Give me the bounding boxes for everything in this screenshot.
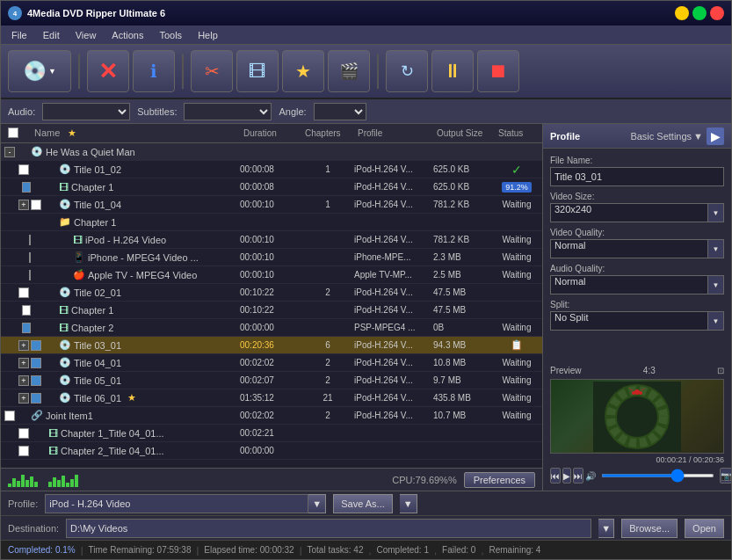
- table-row[interactable]: 🎞 Chapter 1 00:10:22 iPod-H.264 V... 47.…: [1, 302, 542, 319]
- wave-bar-14: [75, 475, 78, 487]
- video-size-select[interactable]: 320x240: [550, 203, 708, 222]
- expand-btn[interactable]: +: [18, 340, 29, 351]
- table-row[interactable]: + 💿 Title 04_01 00:02:02 2 iPod-H.264 V.…: [1, 354, 542, 372]
- film-icon: 🎞: [59, 323, 69, 333]
- prev-frame-button[interactable]: ⏮: [550, 468, 561, 484]
- table-row[interactable]: 🎞 Chapter 1 00:00:08 iPod-H.264 V... 625…: [1, 178, 542, 196]
- next-frame-button[interactable]: ⏭: [573, 468, 583, 484]
- menu-file[interactable]: File: [4, 28, 34, 42]
- expand-btn[interactable]: +: [18, 375, 29, 386]
- close-button[interactable]: [710, 6, 724, 20]
- row-checkbox[interactable]: [18, 446, 29, 456]
- row-checkbox[interactable]: [18, 164, 29, 175]
- row-checkbox[interactable]: [22, 323, 31, 333]
- subtitles-select[interactable]: [184, 103, 272, 120]
- volume-slider[interactable]: [601, 474, 714, 477]
- table-row[interactable]: + 💿 Title 06_01 ★ 01:35:12 21 iPod-H.264…: [1, 389, 542, 407]
- table-row[interactable]: 🎞 Chapter 2 00:00:00 PSP-MPEG4 ... 0B Wa…: [1, 319, 542, 337]
- browse-button[interactable]: Browse...: [621, 519, 678, 538]
- destination-dropdown-arrow[interactable]: ▼: [598, 519, 614, 538]
- col-duration: Duration: [240, 128, 301, 138]
- row-checkbox[interactable]: [31, 393, 41, 404]
- table-row[interactable]: + 💿 Title 01_04 00:00:10 1 iPod-H.264 V.…: [1, 196, 542, 214]
- screenshot-button[interactable]: 📷: [720, 468, 731, 484]
- table-row[interactable]: 💿 Title 02_01 00:10:22 2 iPod-H.264 V...…: [1, 284, 542, 302]
- separator-2: |: [197, 545, 199, 556]
- save-as-button[interactable]: Save As...: [333, 494, 393, 513]
- expand-btn[interactable]: -: [4, 147, 15, 157]
- select-all-checkbox[interactable]: [8, 127, 18, 138]
- merge-button[interactable]: 🎞: [236, 50, 279, 92]
- menu-actions[interactable]: Actions: [105, 28, 150, 42]
- stop-button[interactable]: ⏹: [477, 50, 519, 92]
- row-checkbox[interactable]: [18, 428, 29, 439]
- save-as-dropdown-arrow[interactable]: ▼: [400, 494, 417, 513]
- table-row[interactable]: + 💿 Title 03_01 00:20:36 6 iPod-H.264 V.…: [1, 337, 542, 354]
- table-body[interactable]: - 💿 He Was a Quiet Man: [1, 143, 542, 468]
- table-row[interactable]: 🍎 Apple TV - MPEG4 Video 00:00:10 Apple …: [1, 266, 542, 284]
- table-row[interactable]: 📁 Chapter 1: [1, 214, 542, 231]
- info-button[interactable]: ℹ: [133, 50, 175, 92]
- menu-help[interactable]: Help: [191, 28, 225, 42]
- audio-quality-select[interactable]: Normal: [550, 275, 708, 295]
- dropdown-arrow-icon: ▼: [693, 131, 703, 142]
- row-checkbox[interactable]: [31, 340, 41, 351]
- split-arrow[interactable]: ▼: [708, 311, 724, 331]
- table-row[interactable]: 🔗 Joint Item1 00:02:02 2 iPod-H.264 V...…: [1, 407, 542, 425]
- open-button[interactable]: Open: [685, 519, 724, 538]
- video-quality-arrow[interactable]: ▼: [708, 239, 724, 258]
- expand-btn[interactable]: +: [18, 393, 29, 404]
- table-row[interactable]: 📱 iPhone - MPEG4 Video ... 00:00:10 iPho…: [1, 249, 542, 266]
- audio-select[interactable]: [42, 103, 130, 120]
- iphone-icon: 📱: [73, 251, 85, 263]
- table-row[interactable]: 🎞 Chapter 1_Title 04_01... 00:02:21: [1, 425, 542, 442]
- panel-expand-button[interactable]: ▶: [707, 127, 724, 145]
- minimize-button[interactable]: [675, 6, 689, 20]
- expand-btn[interactable]: +: [18, 358, 29, 368]
- titlebar: 4 4Media DVD Ripper Ultimate 6: [1, 1, 731, 25]
- row-checkbox[interactable]: [18, 287, 29, 298]
- expand-btn[interactable]: +: [18, 200, 29, 210]
- remove-button[interactable]: ✕: [87, 50, 129, 92]
- audio-quality-arrow[interactable]: ▼: [708, 275, 724, 295]
- split-select[interactable]: No Split: [550, 311, 708, 331]
- cut-button[interactable]: ✂: [191, 50, 233, 92]
- table-row[interactable]: 🎞 Chapter 2_Title 04_01... 00:00:00: [1, 442, 542, 460]
- row-check: [4, 411, 31, 421]
- menu-edit[interactable]: Edit: [36, 28, 67, 42]
- preferences-button[interactable]: Preferences: [464, 472, 535, 488]
- dvd-icon: 💿: [59, 199, 71, 210]
- video-quality-select[interactable]: Normal: [550, 239, 708, 258]
- row-checkbox[interactable]: [31, 200, 41, 210]
- toolbar-separator-2: [182, 54, 184, 89]
- add-button[interactable]: 🎬: [328, 50, 370, 92]
- row-checkbox[interactable]: [31, 375, 41, 386]
- video-size-arrow[interactable]: ▼: [708, 203, 724, 222]
- pause-button[interactable]: ⏸: [431, 50, 474, 92]
- favorite-button[interactable]: ★: [282, 50, 324, 92]
- angle-select[interactable]: [314, 103, 366, 120]
- dvd-button[interactable]: 💿 ▼: [8, 50, 71, 92]
- table-row[interactable]: 🎞 iPod - H.264 Video 00:00:10 iPod-H.264…: [1, 231, 542, 249]
- maximize-button[interactable]: [692, 6, 707, 20]
- basic-settings-link[interactable]: Basic Settings ▼: [630, 131, 703, 142]
- preview-expand-icon[interactable]: ⊡: [717, 366, 724, 375]
- row-checkbox[interactable]: [22, 182, 31, 193]
- profile-dropdown-arrow[interactable]: ▼: [308, 494, 326, 513]
- row-checkbox[interactable]: [4, 411, 15, 421]
- row-check: +: [18, 375, 45, 386]
- row-checkbox[interactable]: [22, 305, 31, 316]
- menu-view[interactable]: View: [69, 28, 104, 42]
- wave-bar-9: [53, 477, 56, 487]
- menu-tools[interactable]: Tools: [152, 28, 189, 42]
- convert-button[interactable]: ↻: [386, 50, 428, 92]
- row-checkbox[interactable]: [31, 358, 41, 368]
- play-button[interactable]: ▶: [562, 468, 571, 484]
- table-row[interactable]: 💿 Title 01_02 00:00:08 1 iPod-H.264 V...…: [1, 161, 542, 178]
- app-icon: 4: [8, 6, 22, 20]
- destination-input[interactable]: [66, 519, 591, 538]
- table-row[interactable]: - 💿 He Was a Quiet Man: [1, 143, 542, 161]
- row-status: Waiting: [495, 270, 539, 280]
- table-row[interactable]: + 💿 Title 05_01 00:02:07 2 iPod-H.264 V.…: [1, 372, 542, 389]
- profile-input[interactable]: [45, 494, 308, 513]
